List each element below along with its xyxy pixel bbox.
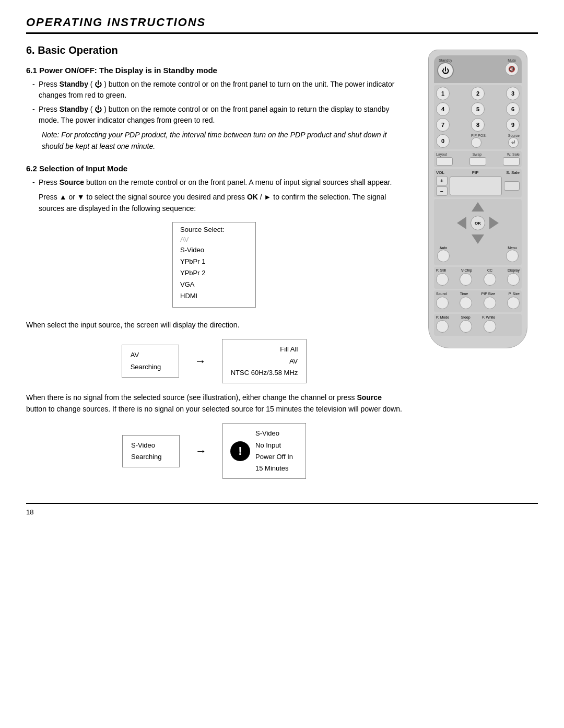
auto-button[interactable] (437, 250, 450, 262)
source-button[interactable]: ⏎ (508, 137, 519, 148)
btn-1[interactable]: 1 (436, 87, 450, 100)
ok-button[interactable]: OK (471, 216, 485, 230)
v-chip-button[interactable] (460, 273, 472, 286)
svideo-direction-row: S-Video Searching → ! S-Video No Input P… (26, 423, 402, 478)
p-still-button[interactable] (436, 273, 449, 286)
source-av: AV (180, 236, 248, 243)
p-size-button[interactable] (507, 297, 520, 309)
cc-label: CC (487, 268, 492, 272)
direction-text: When select the input source, the screen… (26, 319, 402, 331)
vol-minus-button[interactable]: − (436, 186, 448, 196)
btn-8[interactable]: 8 (471, 118, 485, 132)
vol-section: VOL PIP S. Sale + − (434, 169, 522, 197)
sleep-button[interactable] (460, 320, 472, 333)
btn-4[interactable]: 4 (436, 102, 450, 116)
time-label: Time (460, 292, 468, 296)
svideo-right-line4: 15 Minutes (255, 463, 293, 474)
av-left-line1: AV (131, 349, 170, 361)
mute-button[interactable]: 🔇 (505, 62, 519, 76)
pip-size-label: PIP Size (481, 292, 496, 296)
subsection-6-1-title: 6.1 Power ON/OFF: The Display is in Stan… (26, 66, 402, 75)
no-signal-info: S-Video No Input Power Off In 15 Minutes (255, 428, 293, 474)
s-sale-label: S. Sale (506, 170, 520, 175)
av-right-line1: Fill All (231, 344, 298, 355)
number-row-1: 1 2 3 4 5 6 7 8 9 (434, 85, 522, 149)
num-row-456: 4 5 6 (436, 102, 520, 116)
source-svideo: S-Video (180, 244, 248, 256)
nav-down-button[interactable] (472, 234, 484, 244)
nav-up-button[interactable] (472, 202, 484, 212)
time-button[interactable] (460, 297, 472, 309)
w-sale-label: W. Sale (507, 152, 520, 156)
av-arrow: → (195, 355, 206, 368)
swap-label: Swap (473, 152, 482, 156)
f-white-label: F. White (482, 315, 495, 319)
menu-button[interactable] (506, 250, 519, 262)
pip-label: PIP (446, 170, 504, 175)
page-footer: 18 (26, 503, 538, 516)
av-right-box: Fill All AV NTSC 60Hz/3.58 MHz (222, 339, 307, 383)
standby-button[interactable]: ⏻ (437, 62, 454, 79)
av-direction-row: AV Searching → Fill All AV NTSC 60Hz/3.5… (26, 339, 402, 383)
num-row-789: 7 8 9 (436, 118, 520, 132)
svideo-left-line2: Searching (131, 451, 171, 463)
f-white-button[interactable] (484, 320, 496, 333)
swap-button[interactable] (469, 157, 486, 166)
btn-2[interactable]: 2 (471, 87, 485, 100)
svideo-right-box: ! S-Video No Input Power Off In 15 Minut… (222, 423, 306, 478)
nav-section: OK Auto Menu (434, 199, 522, 265)
source-select-title: Source Select: (180, 226, 248, 233)
layout-button[interactable] (436, 157, 453, 166)
bullet-3: Press Source button on the remote contro… (32, 177, 402, 188)
bullet-2: Press Standby ( ⏻ ) button on the remote… (32, 104, 402, 126)
pip-pos-button[interactable] (471, 137, 481, 148)
vol-label: VOL (436, 170, 444, 175)
svideo-right-line1: S-Video (255, 428, 293, 439)
header-title: OPERATING INSTRUCTIONS (26, 16, 538, 29)
cc-button[interactable] (484, 273, 496, 286)
mute-label: Mute (505, 58, 519, 62)
bullet-1: Press Standby ( ⏻ ) button on the remote… (32, 79, 402, 101)
right-column: Standby ⏻ Mute 🔇 1 2 3 (418, 44, 538, 487)
nav-right-button[interactable] (489, 217, 499, 229)
pip-display (450, 177, 502, 195)
source-hdmi: HDMI (180, 290, 248, 302)
svideo-left-box: S-Video Searching (122, 435, 180, 467)
instruction-text: Press ▲ or ▼ to select the signal source… (39, 191, 402, 215)
nav-pad: OK (457, 202, 499, 244)
btn-3[interactable]: 3 (506, 87, 520, 100)
remote-top-section: Standby ⏻ Mute 🔇 (434, 55, 522, 83)
av-right-line3: NTSC 60Hz/3.58 MHz (231, 367, 298, 379)
vol-plus-button[interactable]: + (436, 176, 448, 185)
svideo-left-line1: S-Video (131, 440, 171, 451)
section-title: 6. Basic Operation (26, 44, 402, 56)
pip-size-button[interactable] (484, 297, 496, 309)
no-signal-text: When there is no signal from the selecte… (26, 392, 402, 415)
pmode-btn-row (436, 320, 520, 333)
source-vga: VGA (180, 279, 248, 290)
display-button[interactable] (507, 273, 520, 286)
p-size-label: P. Size (509, 292, 520, 296)
num-row-123: 1 2 3 (436, 87, 520, 100)
svideo-right-line2: No Input (255, 440, 293, 451)
av-left-line2: Searching (131, 361, 170, 373)
s-sale-button[interactable] (504, 181, 520, 191)
pstill-btn-row (436, 273, 520, 286)
btn-5[interactable]: 5 (471, 102, 485, 116)
warning-icon: ! (230, 441, 250, 461)
w-sale-button[interactable] (503, 157, 520, 166)
subsection-6-2-title: 6.2 Selection of Input Mode (26, 164, 402, 173)
p-mode-button[interactable] (436, 320, 449, 333)
btn-9[interactable]: 9 (506, 118, 520, 132)
sound-row: Sound Time PIP Size P. Size (434, 290, 522, 312)
source-ypbpr2: YPbPr 2 (180, 267, 248, 279)
svideo-arrow: → (195, 444, 207, 458)
menu-label: Menu (506, 246, 519, 250)
nav-left-button[interactable] (457, 217, 466, 229)
btn-0[interactable]: 0 (436, 134, 450, 148)
sleep-label: Sleep (461, 315, 471, 319)
btn-6[interactable]: 6 (506, 102, 520, 116)
source-select-box: Source Select: AV S-Video YPbPr 1 YPbPr … (172, 222, 256, 308)
sound-button[interactable] (436, 297, 449, 309)
btn-7[interactable]: 7 (436, 118, 450, 132)
